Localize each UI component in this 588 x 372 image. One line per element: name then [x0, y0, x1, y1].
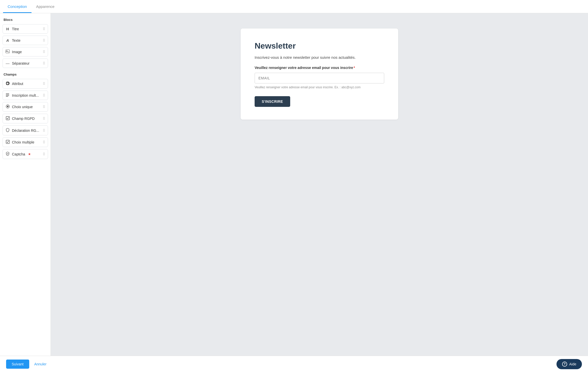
preview-area: Newsletter Inscrivez-vous à notre newsle…: [51, 13, 588, 356]
svg-point-2: [7, 82, 7, 83]
choix-unique-icon: [5, 105, 10, 109]
form-card: Newsletter Inscrivez-vous à notre newsle…: [241, 28, 398, 120]
sidebar-item-label-captcha: Captcha: [12, 152, 25, 156]
attribut-icon: [5, 81, 10, 86]
sidebar-item-label-attribut: Attribut: [12, 82, 23, 86]
inscription-mult-icon: [5, 93, 10, 97]
cancel-button[interactable]: Annuler: [34, 362, 47, 366]
champ-rgpd-icon: [5, 116, 10, 121]
sidebar-item-image[interactable]: Image ⠿: [3, 47, 48, 56]
drag-handle-separateur[interactable]: ⠿: [43, 61, 45, 65]
required-star: *: [354, 66, 355, 70]
tab-conception[interactable]: Conception: [3, 1, 32, 13]
help-icon: ?: [562, 362, 567, 367]
form-hint: Veuillez renseigner votre adresse email …: [255, 85, 384, 89]
form-description: Inscrivez-vous à notre newsletter pour s…: [255, 55, 384, 60]
email-label: Veuillez renseigner votre adresse email …: [255, 66, 384, 70]
champs-section-title: Champs: [3, 73, 48, 76]
drag-handle-declaration-rg[interactable]: ⠿: [43, 128, 45, 133]
header-tabs: Conception Apparence: [0, 0, 588, 13]
texte-icon: A: [5, 38, 10, 42]
sidebar-item-label-declaration-rg: Déclaration RG...: [12, 128, 39, 133]
sidebar-item-choix-unique[interactable]: Choix unique ⠿: [3, 102, 48, 112]
declaration-rg-icon: [5, 128, 10, 133]
drag-handle-titre[interactable]: ⠿: [43, 27, 45, 31]
sidebar-item-label-champ-rgpd: Champ RGPD: [12, 117, 35, 121]
main-layout: Blocs H Titre ⠿ A Texte ⠿: [0, 13, 588, 356]
svg-point-8: [7, 106, 8, 107]
sidebar-item-label-choix-multiple: Choix multiple: [12, 140, 34, 144]
svg-rect-4: [6, 94, 9, 95]
drag-handle-captcha[interactable]: ⠿: [43, 152, 45, 156]
sidebar-item-titre[interactable]: H Titre ⠿: [3, 24, 48, 34]
sidebar-item-champ-rgpd[interactable]: Champ RGPD ⠿: [3, 114, 48, 123]
sidebar-item-choix-multiple[interactable]: Choix multiple ⠿: [3, 137, 48, 147]
choix-multiple-icon: [5, 140, 10, 145]
sidebar-item-attribut[interactable]: Attribut ⠿: [3, 79, 48, 89]
sidebar-item-label-inscription-mult: Inscription mult...: [12, 93, 39, 97]
sidebar: Blocs H Titre ⠿ A Texte ⠿: [0, 13, 51, 356]
form-title: Newsletter: [255, 41, 384, 51]
svg-rect-3: [6, 93, 9, 94]
drag-handle-champ-rgpd[interactable]: ⠿: [43, 117, 45, 121]
footer-bar: Suivant Annuler ? Aide: [0, 356, 588, 372]
drag-handle-attribut[interactable]: ⠿: [43, 82, 45, 86]
help-label: Aide: [569, 362, 576, 366]
drag-handle-inscription-mult[interactable]: ⠿: [43, 93, 45, 97]
sidebar-item-declaration-rg[interactable]: Déclaration RG... ⠿: [3, 125, 48, 135]
titre-icon: H: [5, 27, 10, 31]
next-button[interactable]: Suivant: [6, 360, 29, 369]
sidebar-item-label-choix-unique: Choix unique: [12, 105, 33, 109]
email-input[interactable]: [255, 73, 384, 83]
svg-rect-5: [6, 95, 9, 96]
sidebar-item-inscription-mult[interactable]: Inscription mult... ⠿: [3, 91, 48, 100]
sidebar-item-label-image: Image: [12, 50, 22, 54]
svg-rect-6: [6, 96, 8, 97]
tab-apparence[interactable]: Apparence: [32, 1, 59, 13]
drag-handle-choix-unique[interactable]: ⠿: [43, 105, 45, 109]
sidebar-item-separateur[interactable]: — Séparateur ⠿: [3, 59, 48, 68]
blocs-section-title: Blocs: [3, 18, 48, 22]
sidebar-item-label-texte: Texte: [12, 38, 20, 42]
drag-handle-image[interactable]: ⠿: [43, 50, 45, 54]
image-icon: [5, 50, 10, 54]
captcha-required-star: ★: [28, 152, 31, 156]
separateur-icon: —: [5, 61, 10, 65]
sidebar-item-label-separateur: Séparateur: [12, 61, 29, 65]
drag-handle-choix-multiple[interactable]: ⠿: [43, 140, 45, 144]
captcha-icon: [5, 152, 10, 156]
sidebar-item-captcha[interactable]: Captcha ★ ⠿: [3, 149, 48, 159]
submit-button[interactable]: S'INSCRIRE: [255, 96, 290, 107]
sidebar-item-label-titre: Titre: [12, 27, 19, 31]
help-button[interactable]: ? Aide: [556, 359, 582, 369]
sidebar-item-texte[interactable]: A Texte ⠿: [3, 36, 48, 45]
drag-handle-texte[interactable]: ⠿: [43, 38, 45, 42]
